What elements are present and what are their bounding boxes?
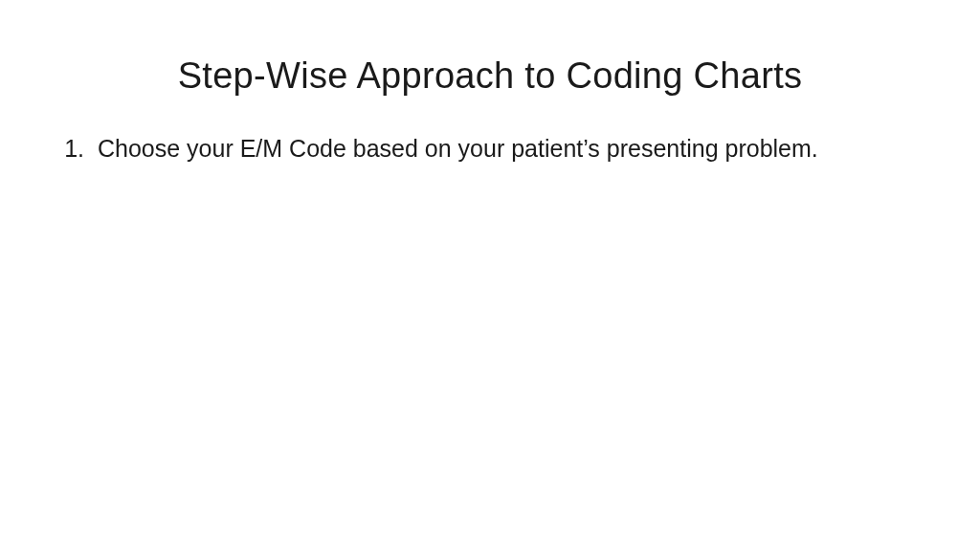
list-item: 1. Choose your E/M Code based on your pa… — [56, 133, 942, 165]
slide-title: Step-Wise Approach to Coding Charts — [38, 55, 942, 97]
list-item-text: Choose your E/M Code based on your patie… — [98, 133, 942, 165]
slide-container: Step-Wise Approach to Coding Charts 1. C… — [0, 0, 980, 551]
numbered-list: 1. Choose your E/M Code based on your pa… — [38, 133, 942, 165]
list-item-number: 1. — [56, 133, 84, 165]
